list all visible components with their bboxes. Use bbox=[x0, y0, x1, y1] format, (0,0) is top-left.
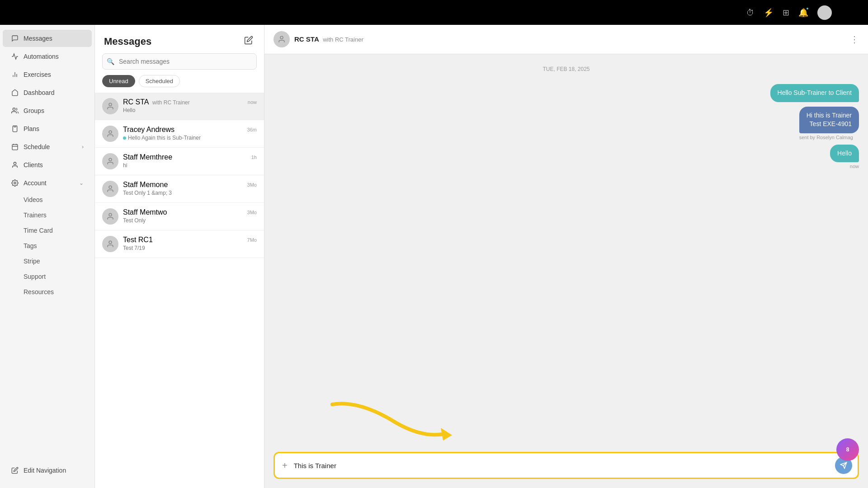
sidebar-item-messages[interactable]: Messages bbox=[3, 30, 92, 47]
sidebar-item-edit-navigation[interactable]: Edit Navigation bbox=[3, 462, 92, 479]
sidebar-label-automations: Automations bbox=[24, 53, 59, 60]
conv-time-tracey: 36m bbox=[247, 127, 257, 132]
svg-point-14 bbox=[280, 36, 283, 39]
schedule-expand-icon: › bbox=[82, 144, 84, 150]
conv-avatar-memthree bbox=[102, 153, 118, 169]
sidebar-item-plans[interactable]: Plans bbox=[3, 120, 92, 137]
sidebar-sub-item-stripe[interactable]: Stripe bbox=[3, 254, 92, 268]
sidebar-label-groups: Groups bbox=[24, 107, 44, 114]
svg-rect-2 bbox=[12, 145, 18, 150]
bell-icon-button[interactable]: 🔔 bbox=[798, 8, 808, 18]
sidebar-sub-label-videos: Videos bbox=[24, 196, 43, 203]
sidebar-sub-item-resources[interactable]: Resources bbox=[3, 285, 92, 299]
sidebar-item-groups[interactable]: Groups bbox=[3, 102, 92, 119]
message-row-2: Hi this is TrainerTest EXE-4901 sent by … bbox=[274, 107, 859, 140]
app-container: ⏱ ⚡ ⊞ 🔔 Messages Automations bbox=[0, 0, 868, 488]
sidebar-item-clients[interactable]: Clients bbox=[3, 156, 92, 174]
conversation-item-staff-memtwo[interactable]: Staff Memtwo 3Mo Test Only bbox=[95, 203, 264, 230]
filter-tab-unread[interactable]: Unread bbox=[102, 75, 135, 87]
svg-rect-1 bbox=[14, 126, 16, 127]
message-bubble-1: Hello Sub-Trainer to Client bbox=[770, 84, 859, 102]
conversation-item-rc-sta[interactable]: RC STA with RC Trainer now Hello bbox=[95, 93, 264, 120]
chat-more-button[interactable]: ⋮ bbox=[850, 34, 859, 45]
conv-preview-memone: Test Only 1 &amp; 3 bbox=[123, 190, 257, 196]
messages-panel: Messages 🔍 Unread Scheduled bbox=[95, 25, 264, 488]
clock-icon-button[interactable]: ⏱ bbox=[746, 8, 755, 18]
conv-preview-memthree: hi bbox=[123, 162, 257, 169]
message-column-3: Hello now bbox=[830, 145, 859, 169]
sidebar-sub-item-tags[interactable]: Tags bbox=[3, 239, 92, 253]
conv-preview-test-rc1: Test 7/19 bbox=[123, 245, 257, 251]
chat-input-wrapper: + bbox=[274, 452, 859, 479]
conversation-item-staff-memone[interactable]: Staff Memone 3Mo Test Only 1 &amp; 3 bbox=[95, 175, 264, 203]
svg-point-9 bbox=[109, 131, 112, 133]
conv-name-test-rc1: Test RC1 bbox=[123, 236, 153, 244]
conv-name-sub: with RC Trainer bbox=[152, 99, 190, 106]
conversation-item-test-rc1[interactable]: Test RC1 7Mo Test 7/19 bbox=[95, 230, 264, 258]
conv-name-memthree: Staff Memthree bbox=[123, 153, 172, 161]
chat-add-button[interactable]: + bbox=[280, 460, 289, 471]
sidebar-label-account: Account bbox=[24, 179, 47, 187]
main-area: Messages Automations Exercises Dashboard bbox=[0, 25, 868, 488]
svg-point-6 bbox=[14, 162, 16, 164]
sidebar-sub-item-trainers[interactable]: Trainers bbox=[3, 208, 92, 222]
sidebar-label-clients: Clients bbox=[24, 161, 43, 169]
conv-name-row-tracey: Tracey Andrews 36m bbox=[123, 126, 257, 134]
sidebar-sub-item-support[interactable]: Support bbox=[3, 269, 92, 284]
sidebar-item-schedule[interactable]: Schedule › bbox=[3, 138, 92, 155]
filter-tab-scheduled[interactable]: Scheduled bbox=[139, 75, 180, 87]
conversation-item-staff-memthree[interactable]: Staff Memthree 1h hi bbox=[95, 148, 264, 175]
chat-message-input[interactable] bbox=[294, 462, 830, 469]
sidebar-label-messages: Messages bbox=[24, 35, 52, 42]
chat-contact-name-wrap: RC STA with RC Trainer bbox=[294, 35, 363, 43]
message-row-1: Hello Sub-Trainer to Client bbox=[274, 84, 859, 102]
conv-name-row-memone: Staff Memone 3Mo bbox=[123, 181, 257, 189]
conv-name-row-memtwo: Staff Memtwo 3Mo bbox=[123, 208, 257, 216]
svg-point-13 bbox=[109, 241, 112, 244]
conv-body-test-rc1: Test RC1 7Mo Test 7/19 bbox=[123, 236, 257, 251]
message-bubble-2: Hi this is TrainerTest EXE-4901 bbox=[799, 107, 859, 133]
svg-point-7 bbox=[14, 182, 16, 184]
conv-avatar-memone bbox=[102, 181, 118, 197]
conv-preview: Hello bbox=[123, 107, 257, 113]
compose-button[interactable] bbox=[242, 34, 255, 49]
user-icon bbox=[11, 161, 19, 169]
sidebar-sub-label-tags: Tags bbox=[24, 242, 37, 249]
top-right-icons: ⏱ ⚡ ⊞ 🔔 bbox=[746, 5, 832, 20]
conv-body-tracey: Tracey Andrews 36m Hello Again this is S… bbox=[123, 126, 257, 141]
sidebar-sub-item-time-card[interactable]: Time Card bbox=[3, 223, 92, 238]
chat-panel: RC STA with RC Trainer ⋮ TUE, FEB 18, 20… bbox=[264, 25, 868, 488]
conv-time-memtwo: 3Mo bbox=[247, 210, 257, 215]
conv-name-row-test-rc1: Test RC1 7Mo bbox=[123, 236, 257, 244]
sidebar-item-account[interactable]: Account ⌄ bbox=[3, 174, 92, 192]
message-column-1: Hello Sub-Trainer to Client bbox=[770, 84, 859, 102]
messages-header: Messages bbox=[95, 25, 264, 53]
message-square-icon bbox=[11, 34, 19, 42]
user-avatar-top[interactable] bbox=[817, 5, 832, 20]
lightning-icon-button[interactable]: ⚡ bbox=[764, 8, 774, 18]
conv-name: RC STA with RC Trainer bbox=[123, 98, 190, 106]
sidebar-item-exercises[interactable]: Exercises bbox=[3, 66, 92, 83]
message-bubble-3: Hello bbox=[830, 145, 859, 163]
message-row-3: Hello now bbox=[274, 145, 859, 169]
conv-time-test-rc1: 7Mo bbox=[247, 237, 257, 243]
sidebar-item-dashboard[interactable]: Dashboard bbox=[3, 84, 92, 101]
sidebar-label-schedule: Schedule bbox=[24, 143, 50, 150]
conversation-item-tracey-andrews[interactable]: Tracey Andrews 36m Hello Again this is S… bbox=[95, 120, 264, 148]
conversation-list: RC STA with RC Trainer now Hello bbox=[95, 93, 264, 488]
search-input[interactable] bbox=[102, 53, 257, 70]
grid-icon-button[interactable]: ⊞ bbox=[783, 8, 789, 18]
conv-avatar-rc-sta bbox=[102, 98, 118, 114]
sidebar-item-automations[interactable]: Automations bbox=[3, 48, 92, 65]
dumbbell-icon bbox=[11, 70, 19, 79]
sidebar-sub-label-support: Support bbox=[24, 273, 46, 280]
floating-notification-badge[interactable]: 8 bbox=[836, 438, 859, 461]
svg-point-12 bbox=[109, 213, 112, 216]
conv-body-memtwo: Staff Memtwo 3Mo Test Only bbox=[123, 208, 257, 224]
chat-header: RC STA with RC Trainer ⋮ bbox=[264, 25, 868, 54]
sidebar-sub-item-videos[interactable]: Videos bbox=[3, 192, 92, 207]
conv-preview-tracey: Hello Again this is Sub-Trainer bbox=[123, 135, 257, 141]
top-bar: ⏱ ⚡ ⊞ 🔔 bbox=[0, 0, 868, 25]
unread-dot-tracey bbox=[123, 136, 126, 140]
svg-point-11 bbox=[109, 186, 112, 188]
